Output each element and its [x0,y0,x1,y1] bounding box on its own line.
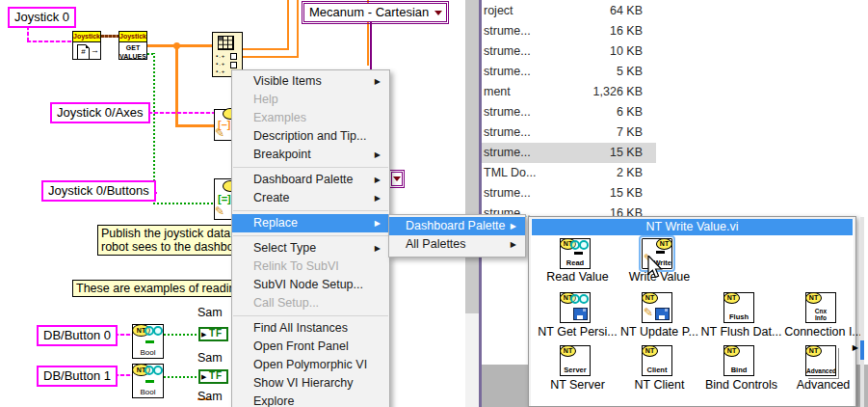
menu-item-label: Show VI Hierarchy [253,376,354,390]
menu-item[interactable]: All Palettes▶ [389,235,525,254]
node-joystick-open[interactable]: Joystick # → [72,31,101,60]
nt-oval-icon: NT [723,292,740,304]
palette-item-icon-read[interactable]: NTRead [560,238,591,269]
menu-item-label: Dashboard Palette [253,173,354,186]
palette-icon-text: Read [561,258,590,267]
file-row[interactable]: strume...5 KB [482,62,656,82]
dropdown-arrow-icon[interactable] [434,11,442,15]
node-text: Bool [133,348,163,357]
labview-window-edge [479,0,482,407]
palette-item[interactable]: NTReadRead Value [537,238,618,286]
boolean-terminal-1[interactable]: ▶ TF [198,369,228,384]
palette-item-icon-update_persist[interactable]: NT✎ [642,292,672,323]
palette-title-bar[interactable]: NT Write Value.vi [532,219,853,235]
string-constant-joystick0[interactable]: Joystick 0 [8,7,76,28]
diagram-vscrollbar-thumb[interactable] [465,0,479,313]
menu-item[interactable]: Replace▶ [232,214,389,232]
file-size: 5 KB [617,65,643,78]
file-row[interactable]: strume...15 KB [482,143,656,163]
menu-item-label: All Palettes [406,237,466,251]
file-name: strume... [484,186,531,200]
menu-item[interactable]: Dashboard Palette▶ [389,217,525,235]
dash-icon [656,251,665,254]
cluster-row: ▪.+ [216,68,225,74]
file-row[interactable]: ment1,326 KB [482,82,656,102]
file-name: TML Do... [484,166,536,179]
nt-oval-icon: NT [805,292,822,304]
menu-item[interactable]: Open Front Panel [232,338,389,356]
cluster-grid-icon [218,36,234,50]
menu-separator [233,235,388,236]
wire-joystick-ref [101,35,118,38]
file-name: strume... [484,65,531,78]
explorer-right-scrollbar-thumb[interactable] [860,340,864,360]
palette-item[interactable]: NTNT Get Persi... [537,292,618,340]
menu-item[interactable]: Open Polymorphic VI [232,356,389,374]
palette-item-icon-text[interactable]: NTCnx Info [805,292,836,323]
palette-item-icon-text[interactable]: NTClient [642,345,672,376]
terminal-arrow-icon: ▶ [201,373,206,381]
string-constant-db-button0[interactable]: DB/Button 0 [37,325,118,346]
enum-fragment[interactable] [391,172,403,186]
boolean-terminal-0[interactable]: ▶ TF [198,327,228,341]
menu-item[interactable]: Dashboard Palette▶ [232,171,389,189]
file-row[interactable]: strume...6 KB [482,102,656,122]
file-row[interactable]: strume...16 KB [482,21,656,41]
menu-item-label: Open Polymorphic VI [253,358,367,371]
menu-item[interactable]: Show VI Hierarchy [232,374,389,393]
file-row[interactable]: TML Do...2 KB [482,163,656,183]
comment-publish-line1: Publish the joystick data t [101,227,229,240]
menu-item[interactable]: Find All Instances [232,319,389,338]
menu-item[interactable]: Description and Tip... [232,127,389,146]
pencil-icon: ✎ [215,204,224,218]
palette-item-icon-get_persist[interactable]: NT [560,292,591,323]
wire-axes-array [147,44,213,47]
explorer-right-scrollbar[interactable] [860,217,864,407]
palette-item-icon-text[interactable]: NTFlush [723,292,754,323]
node-header: Joystick [119,32,146,42]
palette-icon-text: Flush [724,312,753,321]
file-row[interactable]: strume...7 KB [482,122,656,143]
menu-separator [233,315,388,316]
file-row[interactable]: roject64 KB [482,1,656,21]
node-nt-read-bool-1[interactable]: NT Bool [132,364,164,398]
menu-item[interactable]: Create▶ [232,189,389,207]
wire-axes-array [175,124,214,127]
palette-item-icon-text[interactable]: NTServer [560,345,591,376]
wire-junction [173,42,180,49]
string-constant-axes[interactable]: Joystick 0/Axes [50,102,150,123]
file-list: roject64 KBstrume...16 KBstrume...10 KBs… [482,0,656,224]
dash-icon [574,252,583,255]
palette-item[interactable]: NTCnx InfoConnection I... [782,292,864,340]
palette-item[interactable]: NT✎NT Update P... [618,292,700,340]
palette-item-label: Advanced [775,378,868,392]
palette-icon-text: Bind [724,366,753,374]
node-joystick-get-values[interactable]: Joystick GET VALUES [118,31,147,60]
file-row[interactable]: strume...15 KB [482,183,656,204]
menu-item[interactable]: Explore [232,393,389,407]
file-size: 10 KB [610,44,643,58]
palette-icon-text: Advanced [806,367,835,374]
file-name: ment [484,85,511,98]
comment-publish[interactable]: Publish the joystick data t robot sees t… [97,225,233,256]
comment-examples[interactable]: These are examples of reading dashboar [72,280,233,297]
file-size: 2 KB [617,166,643,179]
palette-item[interactable]: NTAdvanced▶Advanced [782,345,864,393]
file-row[interactable]: strume...10 KB [482,41,656,62]
palette-item-icon-text[interactable]: NTBind [723,345,754,376]
palette-item[interactable]: NTClientNT Client [618,345,700,393]
palette-item[interactable]: NTBindBind Controls [700,345,782,393]
palette-item[interactable]: NTServerNT Server [537,345,618,393]
menu-item[interactable]: Breakpoint▶ [232,146,389,164]
enum-mecanum-cartesian[interactable]: Mecanum - Cartesian [303,3,447,22]
string-constant-buttons[interactable]: Joystick 0/Buttons [41,180,156,202]
menu-item-label: Examples [253,111,306,124]
menu-item[interactable]: SubVI Node Setup... [232,276,389,294]
string-constant-db-button1[interactable]: DB/Button 1 [37,366,118,387]
menu-item[interactable]: Select Type▶ [232,239,389,258]
palette-item-icon-text[interactable]: NTAdvanced [805,345,836,376]
menu-item[interactable]: Visible Items▶ [232,72,389,91]
palette-item[interactable]: NTFlushNT Flush Dat... [700,292,782,340]
node-nt-read-bool-0[interactable]: NT Bool [132,324,164,359]
file-name: strume... [484,146,531,159]
